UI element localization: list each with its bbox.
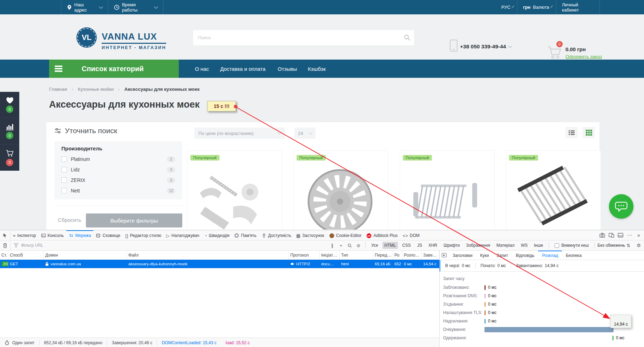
currency-select[interactable]: грн Валюта (517, 0, 556, 14)
checkout-link[interactable]: Оформить заказ (565, 54, 602, 59)
grid-view-button[interactable] (583, 127, 595, 138)
clear-requests-button[interactable] (0, 240, 11, 250)
checkbox[interactable] (61, 156, 67, 162)
tab-cookie-editor[interactable]: Cookie-Editor (327, 230, 364, 240)
checkbox[interactable] (61, 177, 67, 183)
filter-option-zerix[interactable]: ZERIX 3 (61, 176, 175, 185)
url-filter-input[interactable] (20, 243, 108, 248)
nav-item-cashback[interactable]: Кэшбэк (308, 60, 326, 78)
tab-dom[interactable]: <>DOM (400, 230, 422, 240)
filter-media[interactable]: Матеріал (494, 242, 517, 249)
throttling-select[interactable]: Без обмежень ⇅ (597, 243, 630, 248)
account-link[interactable]: Личный кабинет (556, 0, 600, 14)
request-row[interactable]: 200 GET vannalux.com.ua aksessuary-dlya-… (0, 260, 439, 268)
product-card[interactable]: Популярный (187, 150, 282, 230)
cart-sidebar-button[interactable]: 0 (0, 144, 19, 171)
tab-memory[interactable]: Пам'ять (232, 230, 259, 240)
screenshot-button[interactable] (598, 233, 607, 238)
tab-console[interactable]: Консоль (39, 230, 66, 240)
tab-debugger[interactable]: ▷Налагоджувач (164, 230, 202, 240)
checkbox[interactable] (61, 188, 67, 193)
column-finished[interactable]: Заве… (422, 251, 439, 259)
filter-all[interactable]: Усе (369, 242, 380, 249)
filter-xhr[interactable]: XHR (426, 242, 439, 249)
checkbox[interactable] (555, 243, 559, 248)
column-status[interactable]: Ст. (0, 251, 8, 259)
filter-ws[interactable]: WS (519, 242, 530, 249)
column-method[interactable]: Спосіб (8, 251, 44, 259)
responsive-mode-button[interactable] (607, 233, 616, 238)
column-size[interactable]: Ро (393, 251, 402, 259)
list-view-button[interactable] (565, 127, 578, 138)
resend-button[interactable]: ▶ (440, 251, 449, 260)
block-request-button[interactable]: ⊘ (354, 243, 362, 248)
tab-storage[interactable]: Сховище (93, 230, 123, 240)
tab-adblock-plus[interactable]: ABP Adblock Plus (364, 230, 400, 240)
tab-style-editor[interactable]: {}Редактор стилю (123, 230, 164, 240)
filter-images[interactable]: Зображення (464, 242, 492, 249)
filter-html[interactable]: HTML (382, 242, 398, 249)
logo-badge[interactable]: VL (76, 27, 97, 48)
nav-item-about[interactable]: О нас (195, 60, 209, 78)
reset-filters-button[interactable]: Сбросить (58, 217, 81, 223)
sort-select[interactable]: По цене (по возрастанию) (194, 128, 285, 139)
tab-request[interactable]: Запит (493, 251, 512, 260)
address-menu[interactable]: Наш адрес (61, 0, 108, 14)
network-settings-button[interactable] (635, 243, 643, 248)
tab-application[interactable]: ▦Застосунок (294, 230, 327, 240)
search-requests-button[interactable] (346, 243, 354, 248)
split-console-button[interactable] (616, 233, 625, 238)
tab-performance[interactable]: ◔Швидкодія (202, 230, 232, 240)
filter-other[interactable]: Інше (532, 242, 545, 249)
wishlist-button[interactable]: 0 (0, 92, 19, 118)
column-protocol[interactable]: Протокол (289, 251, 320, 259)
filter-option-platinum[interactable]: Platinum 2 (61, 155, 175, 164)
column-type[interactable]: Тип (340, 251, 373, 259)
column-transferred[interactable]: Перед… (373, 251, 393, 259)
categories-button[interactable]: Список категорий (49, 60, 179, 78)
filter-css[interactable]: CSS (400, 242, 413, 249)
breadcrumb-category[interactable]: Кухонные мойки (78, 87, 114, 92)
compare-button[interactable]: 0 (0, 118, 19, 144)
devtools-menu-button[interactable]: ⋯ (625, 232, 634, 238)
close-devtools-button[interactable]: × (634, 232, 643, 238)
hours-menu[interactable]: Время работы (108, 0, 163, 14)
checkbox[interactable] (61, 167, 67, 172)
filter-fonts[interactable]: Шрифти (441, 242, 462, 249)
tab-inspector[interactable]: ⌖Інспектор (11, 230, 39, 240)
logo[interactable]: VANNA LUX ИНТЕРНЕТ - МАГАЗИН (102, 31, 166, 50)
per-page-select[interactable]: 24 (294, 128, 316, 139)
nav-item-delivery[interactable]: Доставка и оплата (220, 60, 265, 78)
tab-headers[interactable]: Заголовки (449, 251, 476, 260)
breadcrumb-home[interactable]: Главная (49, 87, 67, 92)
filter-option-nett[interactable]: Nett 12 (61, 186, 175, 195)
column-domain[interactable]: Домен (44, 251, 127, 259)
load-time[interactable]: load: 15,52 с (221, 340, 255, 346)
tab-accessibility[interactable]: Доступність (259, 230, 294, 240)
filter-option-lidz[interactable]: Lidz 3 (61, 165, 175, 174)
disable-cache-checkbox[interactable]: Вимкнути кеш (555, 243, 589, 248)
pause-traffic-button[interactable]: ∥ (328, 243, 336, 248)
column-file[interactable]: Файл (127, 251, 289, 259)
search-input[interactable] (193, 30, 414, 45)
nav-item-reviews[interactable]: Отзывы (278, 60, 297, 78)
tab-timings[interactable]: Розклад (538, 251, 562, 260)
product-card[interactable]: Популярный (506, 150, 601, 230)
phone-number[interactable]: +38 050 339-49-44 (460, 43, 511, 50)
apply-filters-button[interactable]: Выберите фильтры (86, 213, 182, 227)
add-request-button[interactable]: + (337, 243, 345, 248)
product-card[interactable]: Популярный (293, 150, 388, 230)
chat-button[interactable] (609, 194, 633, 219)
tab-security[interactable]: Безпека (562, 251, 585, 260)
column-started[interactable]: Розпо… (402, 251, 422, 259)
domcontentloaded-time[interactable]: DOMContentLoaded: 15,43 с (157, 340, 221, 346)
search-icon[interactable] (404, 34, 411, 41)
tab-network[interactable]: Мережа (66, 230, 94, 240)
product-card[interactable]: Популярный (400, 150, 495, 230)
tab-response[interactable]: Відповідь (512, 251, 538, 260)
filter-js[interactable]: JS (415, 242, 424, 249)
column-initiator[interactable]: Ініціат… (320, 251, 340, 259)
tab-cookies[interactable]: Куки (476, 251, 493, 260)
pick-element-button[interactable] (0, 230, 11, 240)
language-select[interactable]: РУС (496, 0, 517, 14)
